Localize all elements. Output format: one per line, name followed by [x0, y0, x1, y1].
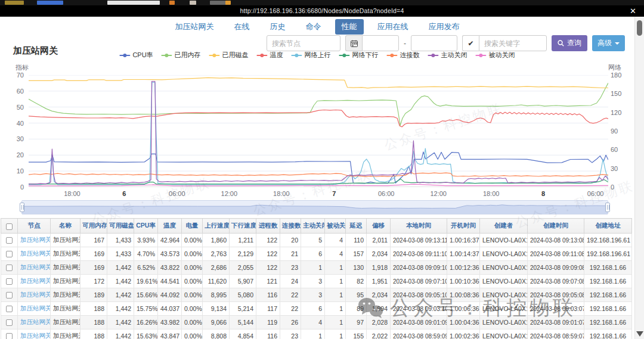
node-link[interactable]: 加压站网关	[20, 277, 51, 284]
cell-下行速度: 5,214	[230, 302, 256, 316]
node-link[interactable]: 加压站网关	[20, 236, 51, 243]
legend-item-1[interactable]: 已用内存	[162, 51, 201, 60]
calendar-icon[interactable]	[345, 35, 362, 51]
cell-名称: 加压站网关	[51, 329, 80, 339]
header-checkbox-cell	[1, 219, 18, 234]
row-checkbox-cell	[1, 275, 18, 288]
app-window: http://192.168.196.136:6680/Nodes/NodeDa…	[0, 0, 644, 339]
row-checkbox[interactable]	[6, 265, 13, 271]
legend-marker-icon	[339, 52, 350, 58]
legend-label: 网络下行	[352, 51, 379, 60]
scroll-down-icon[interactable]	[636, 331, 643, 337]
cell-节点: 加压站网关	[18, 234, 51, 247]
cell-本地时间: 2024-03-08 09:03:10	[391, 302, 447, 316]
row-checkbox[interactable]	[6, 306, 13, 312]
node-link[interactable]: 加压站网关	[20, 332, 51, 339]
cell-创建地址: 192.168.1.66	[584, 275, 632, 288]
chart-zoom-slider[interactable]	[21, 200, 608, 214]
cell-下行速度: 2,129	[230, 247, 256, 261]
scrollbar-thumb[interactable]	[637, 20, 642, 36]
table-row: 加压站网关加压站网关1891,44215.66%44.0920.00%8,995…	[1, 288, 632, 302]
legend-item-8[interactable]: 被动关闭	[476, 51, 515, 60]
row-checkbox[interactable]	[6, 278, 13, 285]
vertical-scrollbar[interactable]	[634, 17, 644, 339]
legend-label: 已用内存	[175, 51, 201, 60]
legend-item-3[interactable]: 温度	[257, 51, 283, 60]
column-header-18: 创建时间	[528, 219, 584, 234]
cell-进程数: 122	[256, 247, 280, 261]
legend-item-7[interactable]: 主动关闭	[428, 51, 467, 60]
left-tick: 50	[17, 104, 24, 111]
node-link[interactable]: 加压站网关	[20, 291, 51, 298]
close-icon[interactable]: ✕	[630, 6, 636, 16]
cell-本地时间: 2024-03-08 09:01:09	[391, 316, 447, 329]
left-tick: 60	[17, 88, 24, 95]
cell-创建者: LENOVO-LA0X1806	[480, 316, 528, 329]
row-checkbox[interactable]	[6, 319, 13, 326]
query-button[interactable]: 查询	[552, 35, 587, 51]
tab-6[interactable]: 应用发布	[422, 19, 466, 35]
node-link[interactable]: 加压站网关	[20, 250, 51, 257]
legend-item-5[interactable]: 网络下行	[339, 51, 379, 60]
cell-主动关闭: 6	[301, 302, 325, 316]
cell-温度: 43.822	[158, 261, 182, 275]
legend-item-4[interactable]: 网络上行	[292, 51, 331, 60]
end-date-input[interactable]	[411, 35, 457, 51]
cell-创建时间: 2024-03-08 09:05:08	[528, 288, 584, 302]
cell-本地时间: 2024-03-08 09:05:10	[391, 288, 447, 302]
row-checkbox-cell	[1, 329, 18, 339]
tab-5[interactable]: 应用在线	[371, 19, 415, 35]
column-header-11: 主动关闭	[301, 219, 325, 234]
search-keyword-input[interactable]	[479, 35, 547, 51]
node-link[interactable]: 加压站网关	[20, 304, 51, 312]
cell-节点: 加压站网关	[18, 288, 51, 302]
column-header-19: 创建地址	[584, 219, 632, 234]
background-app-fragment	[169, 1, 175, 5]
series-line-7	[29, 82, 608, 185]
zoom-slider-right-handle[interactable]	[605, 203, 610, 212]
cell-可用磁盘: 1,433	[107, 247, 134, 261]
cell-可用磁盘: 1,442	[107, 275, 134, 288]
legend-item-2[interactable]: 已用磁盘	[209, 51, 249, 60]
right-tick: 120	[611, 109, 621, 116]
cell-电量: 0.00%	[182, 302, 203, 316]
cell-创建地址: 192.168.1.66	[584, 261, 632, 275]
node-data-table: 节点名称可用内存可用磁盘CPU率温度电量上行速度下行速度进程数连接数主动关闭被动…	[1, 218, 632, 339]
table-row: 加压站网关加压站网关1691,4426.52%43.8220.00%2,6862…	[1, 261, 632, 275]
row-checkbox[interactable]	[6, 333, 13, 339]
check-icon[interactable]: ✔	[462, 35, 479, 51]
cell-温度: 43.573	[158, 247, 182, 261]
row-checkbox[interactable]	[6, 251, 13, 257]
tab-0[interactable]: 加压站网关	[169, 19, 221, 35]
tab-1[interactable]: 在线	[228, 19, 256, 35]
cell-连接数: 24	[280, 275, 301, 288]
tab-2[interactable]: 历史	[264, 19, 292, 35]
row-checkbox[interactable]	[6, 237, 13, 244]
left-tick: 40	[17, 120, 24, 127]
cell-上行速度: 2,686	[203, 261, 230, 275]
cell-被动关闭: 1	[325, 302, 346, 316]
cell-创建地址: 192.168.1.66	[584, 302, 632, 316]
search-node-input[interactable]	[267, 35, 340, 51]
legend-marker-icon	[257, 52, 268, 58]
zoom-slider-left-handle[interactable]	[20, 203, 24, 212]
cell-名称: 加压站网关	[51, 234, 80, 247]
legend-item-0[interactable]: CPU率	[119, 51, 153, 60]
cell-可用内存: 188	[80, 316, 107, 329]
advanced-button[interactable]: 高级	[592, 35, 625, 51]
legend-item-6[interactable]: 连接数	[387, 51, 420, 60]
cell-开机时间: 1.00:08:36	[447, 288, 480, 302]
select-all-checkbox[interactable]	[6, 223, 13, 230]
node-link[interactable]: 加压站网关	[20, 318, 51, 325]
start-date-input[interactable]	[362, 35, 399, 51]
cell-创建地址: 192.168.196.61	[584, 247, 632, 261]
row-checkbox[interactable]	[6, 292, 13, 298]
node-link[interactable]: 加压站网关	[20, 263, 51, 270]
cell-可用磁盘: 1,442	[107, 261, 134, 275]
tab-4[interactable]: 性能	[335, 19, 364, 35]
cell-名称: 加压站网关	[51, 302, 80, 316]
column-header-10: 连接数	[280, 219, 301, 234]
legend-marker-icon	[292, 52, 302, 58]
table-header-row: 节点名称可用内存可用磁盘CPU率温度电量上行速度下行速度进程数连接数主动关闭被动…	[1, 219, 632, 234]
tab-3[interactable]: 命令	[299, 19, 328, 35]
